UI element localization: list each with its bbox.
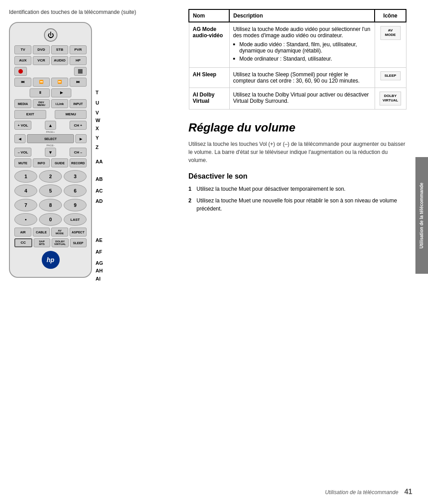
dvd-button[interactable]: DVD — [33, 45, 50, 54]
sleep-button[interactable]: SLEEP — [70, 238, 87, 247]
icon-ag: AVMODE — [375, 22, 406, 68]
table-header-desc: Description — [229, 9, 375, 22]
num-3-button[interactable]: 3 — [64, 170, 87, 183]
record-dot-button[interactable] — [14, 67, 27, 76]
cable-button[interactable]: CABLE — [33, 228, 50, 237]
air-button[interactable]: AIR — [14, 228, 31, 237]
media-button[interactable]: MEDIA — [14, 99, 31, 108]
aspect-button[interactable]: ASPECT — [70, 228, 87, 237]
nom-ag: AG Mode audio-vidéo — [189, 22, 229, 68]
desc-ag-intro: Utilisez la touche Mode audio vidéo pour… — [233, 26, 371, 39]
label-AE: AE — [96, 237, 103, 244]
mute-info-row: MUTE INFO GUIDE RECORD — [14, 158, 87, 167]
num-0-button[interactable]: 0 — [39, 213, 62, 226]
pause-button[interactable]: ⏸ — [30, 88, 50, 97]
bottom-row-2: CC SAPMTS DOLBYVIRTUAL SLEEP — [14, 238, 87, 247]
icon-ah: SLEEP — [375, 68, 406, 88]
aux-button[interactable]: AUX — [14, 56, 31, 65]
pvr-button[interactable]: PVR — [70, 45, 87, 54]
ch-minus-button[interactable]: CH – — [70, 148, 87, 157]
num-6-button[interactable]: 6 — [64, 184, 87, 197]
select-button[interactable]: SELECT — [27, 134, 74, 143]
ch-plus-button[interactable]: CH + — [70, 121, 87, 130]
vol-ch-minus-row: – VOL ▼ CH – — [14, 148, 87, 157]
vol-plus-button[interactable]: + VOL — [14, 121, 31, 130]
mute-button[interactable]: MUTE — [14, 158, 31, 167]
right-column: Nom Description Icône AG Mode audio-vidé… — [179, 9, 406, 495]
right-arrow-button[interactable]: ► — [75, 134, 87, 143]
remote-labels: T U V W X Y Z AA AB AC AD AE AF AG AH AI — [96, 22, 103, 283]
desc-ai: Utilisez la touche Dolby Virtual pour ac… — [229, 88, 375, 110]
vcr-button[interactable]: VCR — [33, 56, 50, 65]
record-row — [14, 67, 87, 76]
side-tab-label: Utilisation de la télécommande — [419, 183, 424, 249]
volume-title: Réglage du volume — [188, 121, 406, 135]
info-button[interactable]: INFO — [33, 158, 50, 167]
icon-ai: DOLBYVIRTUAL — [375, 88, 406, 110]
dev-menu-button[interactable]: DEVMENU — [33, 99, 50, 108]
bottom-row-1: AIR CABLE AVMODE ASPECT — [14, 228, 87, 237]
side-tab: Utilisation de la télécommande — [415, 157, 428, 274]
tv-button[interactable]: TV — [14, 45, 31, 54]
num-7-button[interactable]: 7 — [14, 199, 37, 211]
step-1: 1 Utilisez la touche Muet pour désactive… — [188, 185, 406, 193]
left-arrow-button[interactable]: ◄ — [14, 134, 26, 143]
last-button[interactable]: LAST — [64, 213, 87, 226]
audio-button[interactable]: AUDIO — [51, 56, 68, 65]
label-AG: AG — [96, 260, 103, 267]
num-5-button[interactable]: 5 — [39, 184, 62, 197]
desc-ah: Utilisez la touche Sleep (Sommeil) pour … — [229, 68, 375, 88]
exit-button[interactable]: EXIT — [14, 110, 46, 119]
power-button[interactable]: ⏻ — [44, 28, 57, 42]
guide-button[interactable]: GUIDE — [51, 158, 68, 167]
source-row-1: TV DVD STB PVR — [14, 45, 87, 54]
remote-wrapper: ⏻ TV DVD STB PVR AUX VCR AUDIO HP — [9, 22, 179, 283]
label-AH: AH — [96, 267, 103, 274]
num-2-button[interactable]: 2 — [39, 170, 62, 183]
footer-page: 41 — [404, 488, 412, 495]
stop-button[interactable] — [74, 67, 87, 76]
step-1-num: 1 — [188, 185, 194, 193]
label-V: V — [96, 110, 103, 116]
label-W: W — [96, 117, 103, 124]
play-button[interactable]: ▶ — [51, 88, 71, 97]
num-1-button[interactable]: 1 — [14, 170, 37, 183]
desc-ag: Utilisez la touche Mode audio vidéo pour… — [229, 22, 375, 68]
bullet-ag-2: Mode ordinateur : Standard, utilisateur. — [233, 56, 371, 62]
page-minus-label: PAGE- — [46, 144, 54, 147]
ilink-button[interactable]: i.Link — [51, 99, 68, 108]
sap-mts-button[interactable]: SAPMTS — [34, 238, 51, 247]
record-button[interactable]: RECORD — [70, 158, 87, 167]
input-button[interactable]: INPUT — [70, 99, 87, 108]
hp-logo-circle: hp — [42, 251, 60, 269]
transport-row: ⏮ ⏪ ⏩ ⏭ — [14, 78, 87, 87]
dolby-virtual-button[interactable]: DOLBYVIRTUAL — [52, 238, 69, 247]
rewind-button[interactable]: ⏪ — [33, 78, 50, 87]
av-mode-button[interactable]: AVMODE — [51, 228, 68, 237]
skip-back-button[interactable]: ⏮ — [14, 78, 31, 87]
hp-button[interactable]: HP — [70, 56, 87, 65]
numpad: 1 2 3 4 5 6 7 8 9 • 0 LAST — [14, 170, 87, 226]
num-9-button[interactable]: 9 — [64, 199, 87, 211]
stb-button[interactable]: STB — [51, 45, 68, 54]
num-4-button[interactable]: 4 — [14, 184, 37, 197]
menu-button[interactable]: MENU — [55, 110, 87, 119]
desactiver-steps: 1 Utilisez la touche Muet pour désactive… — [188, 185, 406, 213]
table-row-ah: AH Sleep Utilisez la touche Sleep (Somme… — [189, 68, 406, 88]
num-8-button[interactable]: 8 — [39, 199, 62, 211]
play-row: ⏸ ▶ — [14, 88, 87, 97]
skip-forward-button[interactable]: ⏭ — [70, 78, 87, 87]
vol-ch-row: + VOL ▲ CH + — [14, 121, 87, 130]
up-arrow-button[interactable]: ▲ — [45, 121, 56, 130]
desactiver-title: Désactiver le son — [188, 172, 406, 180]
dot-button[interactable]: • — [14, 213, 37, 226]
nom-ah: AH Sleep — [189, 68, 229, 88]
label-AI: AI — [96, 276, 103, 282]
av-mode-icon: AVMODE — [380, 26, 401, 40]
hp-logo: hp — [14, 251, 87, 269]
label-AD: AD — [96, 198, 103, 205]
vol-minus-button[interactable]: – VOL — [14, 148, 31, 157]
down-arrow-button[interactable]: ▼ — [45, 148, 56, 157]
fast-forward-button[interactable]: ⏩ — [51, 78, 68, 87]
cc-button[interactable]: CC — [14, 238, 32, 247]
